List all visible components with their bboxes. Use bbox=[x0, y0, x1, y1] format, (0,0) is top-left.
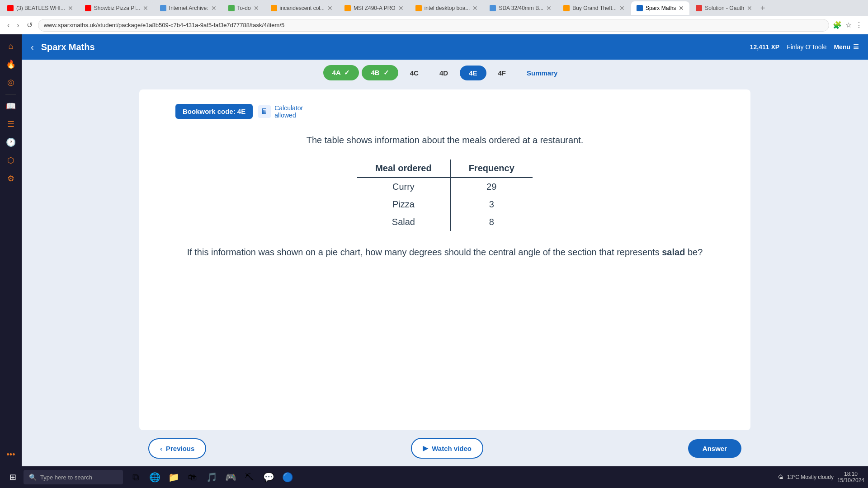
tab-ia[interactable]: Internet Archive: ✕ bbox=[155, 1, 222, 15]
sidebar-icon-fire[interactable]: 🔥 bbox=[3, 56, 19, 72]
tab-label: MSI Z490-A PRO bbox=[354, 5, 396, 11]
tab-label: Sparx Maths bbox=[646, 5, 676, 11]
app-container: ⌂ 🔥 ◎ 📖 ☰ 🕐 ⬡ ⚙ ••• ‹ Sparx Maths 12,411… bbox=[0, 34, 868, 466]
close-icon[interactable]: ✕ bbox=[398, 5, 404, 12]
back-button[interactable]: ‹ bbox=[5, 19, 11, 31]
close-icon[interactable]: ✕ bbox=[143, 5, 148, 12]
tab-label: Solution - Gauth bbox=[705, 5, 744, 11]
meal-salad: Salad bbox=[357, 213, 450, 231]
tab-msi[interactable]: MSI Z490-A PRO ✕ bbox=[339, 1, 409, 15]
xp-badge: 12,411 XP bbox=[750, 43, 779, 51]
taskbar-apps: ⧉ 🌐 📁 🛍 🎵 🎮 ⛏ 💬 🔵 bbox=[127, 468, 297, 486]
msi-favicon bbox=[344, 5, 351, 11]
calculator-text: Calculator allowed bbox=[274, 104, 303, 119]
tab-label: intel desktop boa... bbox=[425, 5, 470, 11]
search-placeholder: Type here to search bbox=[40, 474, 92, 481]
tab-yt1[interactable]: (3) BEATLES WHI... ✕ bbox=[2, 1, 79, 15]
back-nav-button[interactable]: ‹ bbox=[31, 42, 34, 52]
tab-label: Showbiz Pizza Pl... bbox=[94, 5, 140, 11]
tab-4C[interactable]: 4C bbox=[401, 66, 428, 80]
tab-inc[interactable]: incandescent col... ✕ bbox=[265, 1, 338, 15]
sidebar-icon-home[interactable]: ⌂ bbox=[3, 38, 19, 54]
taskbar-app-minecraft[interactable]: ⛏ bbox=[241, 468, 259, 486]
address-bar-row: ‹ › ↺ 🧩 ☆ ⋮ bbox=[0, 16, 868, 34]
table-row: Salad 8 bbox=[357, 213, 533, 231]
freq-salad: 8 bbox=[450, 213, 533, 231]
extensions-icon[interactable]: 🧩 bbox=[833, 21, 842, 29]
sidebar-icon-cube[interactable]: ⬡ bbox=[3, 152, 19, 169]
tab-4D[interactable]: 4D bbox=[430, 66, 457, 80]
taskbar-app-spotify[interactable]: 🎵 bbox=[203, 468, 221, 486]
tab-sparx[interactable]: Sparx Maths ✕ bbox=[631, 1, 689, 15]
sidebar-icon-clock[interactable]: 🕐 bbox=[3, 134, 19, 150]
taskbar-app-edge[interactable]: 🌐 bbox=[146, 468, 164, 486]
meal-pizza: Pizza bbox=[357, 196, 450, 213]
freq-curry: 29 bbox=[450, 178, 533, 196]
tab-label: incandescent col... bbox=[280, 5, 325, 11]
taskbar-app-chrome[interactable]: 🔵 bbox=[278, 468, 297, 486]
sol-favicon bbox=[696, 5, 702, 11]
bookmark-icon[interactable]: ☆ bbox=[845, 21, 852, 29]
meal-table: Meal ordered Frequency Curry 29 Pizza 3 bbox=[357, 160, 533, 231]
close-icon[interactable]: ✕ bbox=[619, 5, 625, 12]
user-name: Finlay O'Toole bbox=[787, 43, 826, 51]
video-icon: ▶ bbox=[423, 444, 428, 452]
close-icon[interactable]: ✕ bbox=[679, 5, 684, 12]
sidebar-icon-more[interactable]: ••• bbox=[3, 446, 19, 463]
bookwork-code: Bookwork code: 4E bbox=[175, 104, 253, 119]
start-button[interactable]: ⊞ bbox=[4, 468, 22, 486]
taskbar-search[interactable]: 🔍 Type here to search bbox=[24, 470, 123, 484]
calculator-info: 🖩 Calculator allowed bbox=[258, 104, 303, 119]
sidebar-icon-book[interactable]: 📖 bbox=[3, 98, 19, 114]
tab-4E[interactable]: 4E bbox=[460, 66, 486, 80]
new-tab-button[interactable]: + bbox=[760, 4, 765, 13]
bookwork-bar: Bookwork code: 4E 🖩 Calculator allowed bbox=[175, 104, 714, 119]
content-card: Bookwork code: 4E 🖩 Calculator allowed T… bbox=[139, 89, 750, 430]
menu-button[interactable]: Menu ☰ bbox=[834, 43, 859, 51]
sidebar-icon-list[interactable]: ☰ bbox=[3, 116, 19, 132]
settings-icon[interactable]: ⋮ bbox=[855, 21, 863, 29]
answer-button[interactable]: Answer bbox=[688, 439, 741, 458]
taskbar-app-taskview[interactable]: ⧉ bbox=[127, 468, 145, 486]
tab-4A[interactable]: 4A ✓ bbox=[323, 65, 359, 80]
tab-summary[interactable]: Summary bbox=[518, 66, 566, 80]
close-icon[interactable]: ✕ bbox=[327, 5, 333, 12]
taskbar-app-explorer[interactable]: 📁 bbox=[165, 468, 183, 486]
watch-video-button[interactable]: ▶ Watch video bbox=[411, 438, 483, 459]
chevron-left-icon: ‹ bbox=[160, 445, 162, 452]
close-icon[interactable]: ✕ bbox=[546, 5, 552, 12]
browser-chrome: (3) BEATLES WHI... ✕ Showbiz Pizza Pl...… bbox=[0, 0, 868, 34]
close-icon[interactable]: ✕ bbox=[68, 5, 73, 12]
gta-favicon bbox=[563, 5, 570, 11]
sparx-favicon bbox=[637, 5, 643, 11]
taskbar-app-discord[interactable]: 💬 bbox=[259, 468, 278, 486]
address-input[interactable] bbox=[38, 19, 829, 32]
weather-icon: 🌤 bbox=[778, 474, 783, 480]
tab-intel[interactable]: intel desktop boa... ✕ bbox=[410, 1, 484, 15]
close-icon[interactable]: ✕ bbox=[254, 5, 259, 12]
question-intro: The table shows information about the me… bbox=[175, 133, 714, 147]
previous-button[interactable]: ‹ Previous bbox=[148, 438, 206, 459]
tab-gta[interactable]: Buy Grand Theft... ✕ bbox=[558, 1, 630, 15]
close-icon[interactable]: ✕ bbox=[747, 5, 752, 12]
task-tabs: 4A ✓ 4B ✓ 4C 4D 4E 4F Summary bbox=[22, 60, 868, 86]
close-icon[interactable]: ✕ bbox=[211, 5, 217, 12]
refresh-button[interactable]: ↺ bbox=[25, 19, 34, 31]
forward-button[interactable]: › bbox=[15, 19, 21, 31]
question-2: If this information was shown on a pie c… bbox=[175, 245, 714, 259]
tab-sda[interactable]: SDA 32/40mm B... ✕ bbox=[484, 1, 557, 15]
app-title: Sparx Maths bbox=[41, 42, 95, 52]
close-icon[interactable]: ✕ bbox=[472, 5, 478, 12]
tab-yt2[interactable]: Showbiz Pizza Pl... ✕ bbox=[80, 1, 154, 15]
tab-todo[interactable]: To-do ✕ bbox=[223, 1, 264, 15]
tab-sol[interactable]: Solution - Gauth ✕ bbox=[690, 1, 758, 15]
tab-4F[interactable]: 4F bbox=[489, 66, 515, 80]
sidebar-icon-target[interactable]: ◎ bbox=[3, 74, 19, 90]
tab-4B[interactable]: 4B ✓ bbox=[362, 65, 398, 80]
taskbar-app-store[interactable]: 🛍 bbox=[184, 468, 202, 486]
systray: 🌤 13°C Mostly cloudy 18:10 15/10/2024 bbox=[778, 471, 864, 483]
taskbar-app-steam[interactable]: 🎮 bbox=[222, 468, 240, 486]
checkmark-icon: ✓ bbox=[344, 69, 350, 76]
sidebar-icon-gear[interactable]: ⚙ bbox=[3, 170, 19, 187]
weather-text: 13°C Mostly cloudy bbox=[787, 474, 834, 480]
